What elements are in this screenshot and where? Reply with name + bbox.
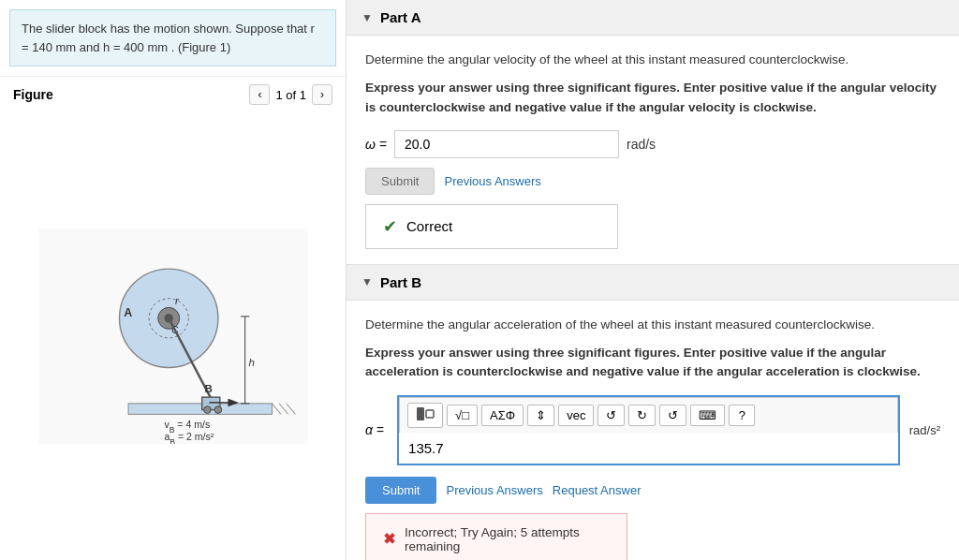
part-a-correct-box: ✔ Correct — [365, 204, 618, 249]
part-b-previous-answers-link[interactable]: Previous Answers — [446, 483, 542, 497]
part-a-btn-row: Submit Previous Answers — [365, 168, 940, 195]
matrix-icon — [416, 406, 435, 421]
figure-next-button[interactable]: › — [312, 84, 332, 105]
problem-text: The slider block has the motion shown. S… — [22, 22, 315, 54]
svg-rect-25 — [426, 410, 434, 418]
svg-point-15 — [214, 406, 222, 414]
part-a-previous-answers-link[interactable]: Previous Answers — [444, 174, 540, 188]
part-b-chevron: ▼ — [361, 275, 373, 288]
svg-point-3 — [164, 314, 173, 323]
part-a-instruction: Express your answer using three signific… — [365, 79, 940, 117]
svg-text:h: h — [248, 357, 254, 368]
part-a-correct-label: Correct — [406, 218, 452, 234]
x-icon: ✖ — [383, 530, 395, 548]
part-b-request-answer-link[interactable]: Request Answer — [553, 483, 642, 497]
svg-text:B: B — [204, 383, 212, 394]
toolbar-sqrt-button[interactable]: √□ — [447, 405, 478, 426]
part-a-question: Determine the angular velocity of the wh… — [365, 51, 940, 69]
part-b-incorrect-label: Incorrect; Try Again; 5 attempts remaini… — [405, 525, 610, 553]
part-b-label: Part B — [380, 274, 421, 290]
left-panel: The slider block has the motion shown. S… — [0, 0, 347, 560]
part-b-question: Determine the angular acceleration of th… — [365, 316, 940, 334]
toolbar-keyboard-button[interactable]: ⌨ — [690, 405, 725, 426]
figure-title: Figure — [13, 87, 53, 102]
part-b-incorrect-box: ✖ Incorrect; Try Again; 5 attempts remai… — [365, 513, 627, 561]
part-b-answer-input[interactable] — [399, 433, 898, 464]
part-b-btn-row: Submit Previous Answers Request Answer — [365, 477, 940, 504]
part-a-omega-label: ω = — [365, 137, 387, 152]
part-a-chevron: ▼ — [361, 11, 373, 24]
part-b-section: ▼ Part B Determine the angular accelerat… — [347, 265, 959, 560]
part-a-submit-button: Submit — [365, 168, 435, 195]
toolbar-vec-button[interactable]: vec — [558, 405, 594, 426]
toolbar-reset-button[interactable]: ↺ — [659, 405, 686, 426]
math-toolbar: √□ ΑΣΦ ⇕ vec ↺ ↻ ↺ ⌨ ? — [399, 397, 898, 433]
toolbar-help-button[interactable]: ? — [729, 405, 755, 426]
figure-page: 1 of 1 — [275, 88, 306, 102]
svg-rect-24 — [417, 407, 424, 420]
toolbar-redo-button[interactable]: ↻ — [628, 405, 656, 426]
part-b-unit: rad/s² — [909, 423, 940, 437]
svg-text:A: A — [124, 306, 132, 319]
part-a-unit: rad/s — [627, 137, 656, 152]
toolbar-matrix-button[interactable] — [407, 403, 443, 428]
alpha-label: α = — [365, 422, 384, 437]
figure-header: Figure ‹ 1 of 1 › — [0, 76, 346, 112]
part-a-header[interactable]: ▼ Part A — [347, 0, 959, 36]
checkmark-icon: ✔ — [383, 216, 397, 237]
figure-image: r A C B — [0, 112, 346, 560]
svg-rect-9 — [128, 404, 272, 415]
toolbar-sigma-button[interactable]: ΑΣΦ — [481, 405, 524, 426]
toolbar-undo-button[interactable]: ↺ — [598, 405, 625, 426]
part-a-answer-input[interactable] — [394, 130, 619, 158]
svg-point-14 — [203, 406, 211, 414]
part-b-math-input-row: α = √□ ΑΣΦ ⇕ vec ↺ ↻ ↺ ⌨ ? — [365, 395, 940, 465]
part-b-instruction: Express your answer using three signific… — [365, 344, 940, 382]
part-b-content: Determine the angular acceleration of th… — [347, 301, 959, 560]
right-panel: ▼ Part A Determine the angular velocity … — [347, 0, 959, 560]
figure-nav: ‹ 1 of 1 › — [249, 84, 332, 105]
toolbar-updown-button[interactable]: ⇕ — [527, 405, 554, 426]
figure-section: Figure ‹ 1 of 1 › r — [0, 76, 346, 560]
mechanism-diagram: r A C B — [33, 228, 314, 444]
part-a-label: Part A — [380, 9, 421, 25]
part-b-header[interactable]: ▼ Part B — [347, 265, 959, 301]
part-a-content: Determine the angular velocity of the wh… — [347, 36, 959, 264]
part-a-answer-row: ω = rad/s — [365, 130, 940, 158]
figure-prev-button[interactable]: ‹ — [249, 84, 270, 105]
part-a-section: ▼ Part A Determine the angular velocity … — [347, 0, 959, 264]
part-b-submit-button[interactable]: Submit — [365, 477, 436, 504]
problem-statement: The slider block has the motion shown. S… — [9, 9, 336, 66]
math-input-wrap: √□ ΑΣΦ ⇕ vec ↺ ↻ ↺ ⌨ ? — [397, 395, 900, 465]
